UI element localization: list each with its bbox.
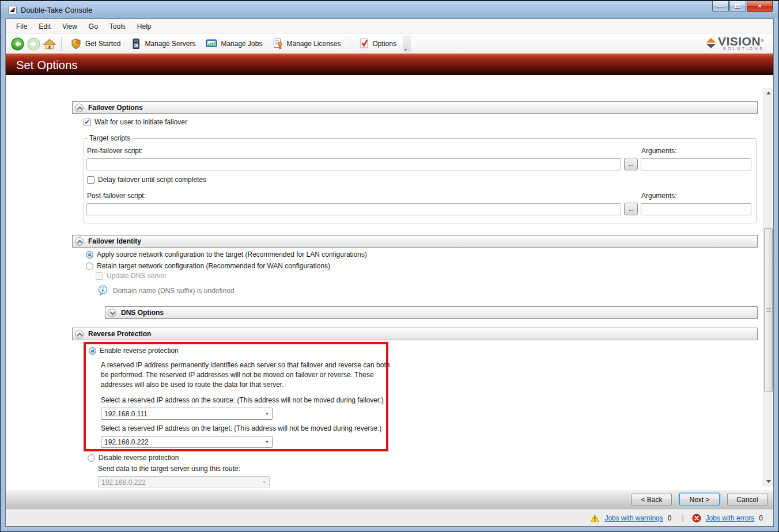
info-balloon-icon [98,285,108,296]
target-scripts-legend: Target scripts [88,134,132,142]
manage-jobs-label: Manage Jobs [221,40,262,48]
jobs-with-warnings-link[interactable]: Jobs with warnings [604,514,663,522]
forward-icon [27,37,40,51]
menu-bar: File Edit View Go Tools Help [6,19,773,34]
maximize-button[interactable] [729,1,746,12]
menu-go[interactable]: Go [83,20,104,33]
menu-file[interactable]: File [10,20,33,33]
titlebar: Double-Take Console — × [1,1,778,18]
enable-reverse-protection-radio[interactable] [89,347,96,355]
reserved-ip-target-dropdown[interactable]: 192.168.0.222 ▾ [101,436,273,448]
collapse-chevron-icon[interactable] [75,237,84,246]
wait-for-user-checkbox[interactable] [84,119,91,126]
section-title: Failover Options [88,104,143,112]
warning-triangle-icon [590,514,600,523]
jobs-with-errors-link[interactable]: Jobs with errors [706,514,755,522]
update-dns-label: Update DNS server [107,272,167,280]
vision-logo-mark-icon [704,36,718,50]
apply-source-network-row: Apply source network configuration to th… [86,250,758,259]
enable-reverse-protection-row: Enable reverse protection [89,347,386,355]
manage-licenses-label: Manage Licenses [286,40,341,48]
update-dns-row: Update DNS server [96,272,758,280]
delay-failover-checkbox[interactable] [87,176,94,184]
post-failover-script-label: Post-failover script: [86,188,621,203]
section-header-dns-options[interactable]: DNS Options [105,306,758,319]
reserved-ip-target-label: Select a reserved IP address on the targ… [101,424,386,432]
menu-tools[interactable]: Tools [104,20,131,33]
section-header-failover-identity[interactable]: Failover Identity [72,235,758,248]
retain-target-network-radio[interactable] [86,263,93,270]
scroll-down-arrow-icon[interactable] [763,477,773,487]
update-dns-checkbox[interactable] [96,272,103,280]
post-arguments-label: Arguments: [641,188,751,203]
back-wizard-button[interactable]: < Back [631,493,672,506]
menu-edit[interactable]: Edit [33,20,56,33]
vertical-scrollbar[interactable] [763,88,773,487]
menu-view[interactable]: View [56,20,83,33]
manage-licenses-button[interactable]: Manage Licenses [267,36,346,52]
home-button[interactable] [43,37,56,51]
section-header-failover-options[interactable]: Failover Options [72,101,758,114]
manage-servers-button[interactable]: Manage Servers [126,36,201,52]
window-controls: — × [712,1,773,12]
minimize-button[interactable]: — [712,1,729,12]
close-icon: × [758,2,761,9]
close-button[interactable]: × [747,1,773,12]
pre-failover-script-label: Pre-failover script: [86,143,621,158]
annotation-highlight-box: Enable reverse protection A reserved IP … [84,342,388,451]
section-header-reverse-protection[interactable]: Reverse Protection [72,328,758,340]
vision-solutions-logo: VISION® SOLUTIONS [704,36,764,51]
window-title: Double-Take Console [21,6,92,14]
post-failover-script-input[interactable] [86,203,621,215]
license-document-icon [273,38,283,50]
disable-reverse-protection-row: Disable reverse protection [88,454,758,462]
get-started-button[interactable]: Get Started [65,36,126,52]
dns-info-text: Domain name (DNS suffix) is undefined [113,287,235,295]
route-value: 192.168.0.222 [99,478,259,487]
chevron-down-icon: ▾ [259,480,269,485]
manage-servers-label: Manage Servers [145,40,195,48]
disable-reverse-protection-radio[interactable] [88,454,95,462]
expand-chevron-icon[interactable] [108,309,116,317]
wait-for-user-label: Wait for user to initiate failover [94,118,187,126]
collapse-chevron-icon[interactable] [75,330,84,339]
disable-reverse-protection-label: Disable reverse protection [99,454,179,462]
forward-button[interactable] [27,37,40,51]
back-button[interactable] [10,37,24,51]
options-button[interactable]: Options [354,36,402,52]
scroll-up-arrow-icon[interactable] [763,88,773,98]
page-banner: Set Options [6,54,773,75]
reserved-ip-target-value: 192.168.0.222 [101,438,262,446]
post-failover-browse-button[interactable]: ... [624,203,638,215]
post-arguments-input[interactable] [641,203,751,215]
target-scripts-group: Target scripts Pre-failover script: Argu… [84,134,757,223]
page-content: Failover Options Wait for user to initia… [6,75,773,489]
next-wizard-button[interactable]: Next > [679,493,720,506]
route-label: Send data to the target server using thi… [98,465,758,473]
scrollbar-thumb[interactable] [764,228,773,392]
manage-jobs-button[interactable]: Manage Jobs [201,36,267,51]
jobs-with-errors-count: 0 [759,514,763,522]
retain-target-network-row: Retain target network configuration (Rec… [86,262,758,270]
options-label: Options [373,40,396,48]
logo-subtitle: SOLUTIONS [723,47,764,51]
pre-failover-script-input[interactable] [86,158,621,170]
error-circle-icon [692,514,701,523]
dns-info-row: Domain name (DNS suffix) is undefined [98,285,758,296]
delay-failover-label: Delay failover until script completes [98,176,206,184]
shield-icon [70,38,82,50]
cancel-wizard-button[interactable]: Cancel [727,493,767,506]
pre-arguments-input[interactable] [641,158,751,170]
status-bar: Jobs with warnings 0 | Jobs with errors … [6,509,773,526]
app-icon [8,6,17,14]
reserved-ip-source-dropdown[interactable]: 192.168.0.111 ▾ [101,408,273,420]
menu-help[interactable]: Help [131,20,157,33]
toolbar-overflow-button[interactable]: ▾ [403,35,411,52]
apply-source-network-radio[interactable] [86,251,93,259]
reverse-protection-description: A reserved IP address permanently identi… [101,360,390,390]
pre-failover-browse-button[interactable]: ... [624,158,638,170]
route-dropdown: 192.168.0.222 ▾ [98,476,270,488]
status-separator: | [682,514,683,522]
collapse-chevron-icon[interactable] [75,104,84,112]
toolbar-separator [61,37,62,51]
